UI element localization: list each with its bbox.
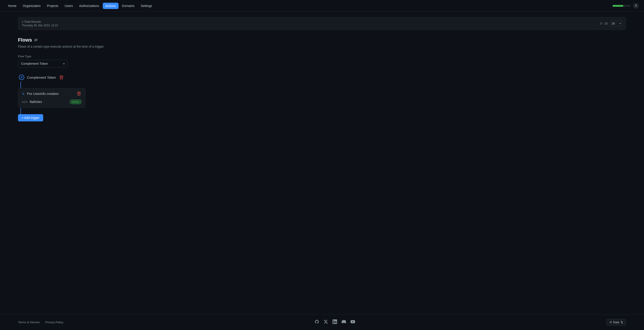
- pagination: 0 - 20 20 50 100: [600, 21, 622, 26]
- flows-icon: ⇄: [34, 38, 38, 42]
- child-node-container: ↳ Pre Userinfo creation </> flatRoles ac…: [18, 88, 86, 108]
- root-node-label: Complement Token: [27, 76, 56, 79]
- action-row: </> flatRoles active: [22, 99, 82, 105]
- flows-header: Flows ⇄: [18, 37, 626, 43]
- progress-bar-fill: [612, 5, 623, 7]
- footer-privacy[interactable]: Privacy Policy: [45, 320, 64, 324]
- root-node-icon: ⊙: [19, 75, 24, 80]
- flow-tree: ⊙ Complement Token ↳ Pre Userinfo creati…: [18, 73, 626, 122]
- results-bar: 1 Total Results Thursday 30. Mar 2023, 1…: [18, 17, 626, 30]
- flows-title: Flows: [18, 37, 32, 43]
- progress-bar-container: [612, 5, 630, 7]
- nav-home[interactable]: Home: [6, 3, 19, 9]
- child-delete-button[interactable]: [76, 91, 82, 96]
- status-badge: active: [70, 100, 82, 104]
- help-button[interactable]: ?: [633, 3, 638, 8]
- discord-icon[interactable]: [342, 320, 346, 325]
- main-content: 1 Total Results Thursday 30. Mar 2023, 1…: [0, 12, 644, 314]
- flow-type-select-wrapper: Complement Token Pre Token Post Token: [18, 60, 68, 68]
- child-node-header: ↳ Pre Userinfo creation: [22, 91, 82, 96]
- footer-tos[interactable]: Terms of Service: [18, 320, 40, 324]
- nav-settings[interactable]: Settings: [138, 3, 155, 9]
- page-size-wrapper: 20 50 100: [610, 21, 622, 26]
- navigation: Home Organization Projects Users Authori…: [0, 0, 644, 12]
- nav-users[interactable]: Users: [62, 3, 76, 9]
- theme-icon: ↺: [609, 320, 612, 324]
- page-size-select[interactable]: 20 50 100: [610, 21, 622, 26]
- theme-label: Dark: [613, 320, 619, 324]
- root-node-row: ⊙ Complement Token: [18, 73, 65, 82]
- footer-links: Terms of Service Privacy Policy: [18, 320, 64, 324]
- nav-domains[interactable]: Domains: [120, 3, 137, 9]
- nav-projects[interactable]: Projects: [44, 3, 61, 9]
- root-delete-button[interactable]: [59, 75, 64, 80]
- flow-root-node: ⊙ Complement Token ↳ Pre Userinfo creati…: [18, 73, 86, 122]
- child-node-label: Pre Userinfo creation: [27, 92, 74, 96]
- youtube-icon[interactable]: [350, 320, 355, 325]
- pagination-range: 0 - 20: [600, 22, 608, 25]
- flow-type-label: Flow Type: [18, 55, 626, 58]
- twitter-icon[interactable]: [324, 320, 328, 325]
- child-arrow-icon: ↳: [22, 92, 25, 96]
- flow-type-select[interactable]: Complement Token Pre Token Post Token: [18, 60, 68, 68]
- v-line-2: [20, 108, 21, 114]
- results-date: Thursday 30. Mar 2023, 13:13: [22, 24, 58, 27]
- flows-description: Flows of a certain type execute actions …: [18, 45, 626, 48]
- theme-toggle-button[interactable]: ↺ Dark ⇅: [606, 319, 626, 326]
- v-line-1: [20, 82, 21, 88]
- linkedin-icon[interactable]: [332, 320, 337, 325]
- nav-right: ?: [612, 3, 638, 8]
- nav-actions[interactable]: Actions: [103, 3, 118, 9]
- github-icon[interactable]: [314, 320, 319, 325]
- nav-authorizations[interactable]: Authorizations: [76, 3, 102, 9]
- footer-right: ↺ Dark ⇅: [606, 319, 626, 326]
- add-trigger-button[interactable]: + Add trigger: [18, 114, 43, 122]
- nav-organization[interactable]: Organization: [20, 3, 43, 9]
- footer: Terms of Service Privacy Policy ↺ Dark ⇅: [0, 314, 644, 330]
- results-bar-header: 1 Total Results Thursday 30. Mar 2023, 1…: [22, 20, 622, 27]
- results-info: 1 Total Results Thursday 30. Mar 2023, 1…: [22, 20, 58, 27]
- action-name: flatRoles: [30, 100, 67, 104]
- footer-social: [64, 320, 606, 325]
- results-count: 1 Total Results: [22, 20, 58, 24]
- theme-chevron-icon: ⇅: [620, 320, 623, 324]
- code-icon: </>: [22, 100, 28, 104]
